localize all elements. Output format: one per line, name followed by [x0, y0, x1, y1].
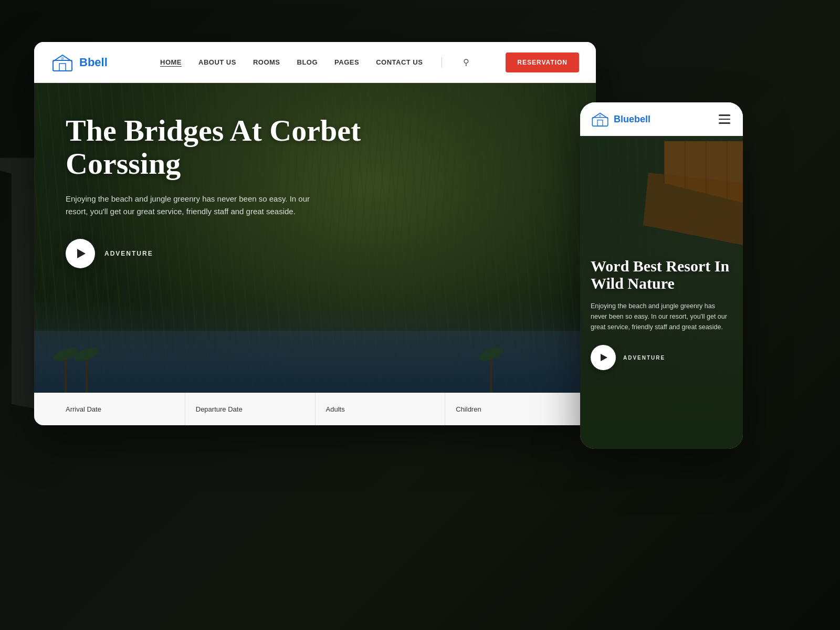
mobile-logo-icon: [591, 110, 610, 129]
nav-about[interactable]: ABOUT US: [198, 58, 236, 66]
mobile-hero-content: Word Best Resort In Wild Nature Enjoying…: [591, 257, 732, 370]
mobile-logo-text: Bluebell: [614, 114, 650, 125]
svg-rect-4: [597, 120, 603, 126]
nav-links: HOME ABOUT US ROOMS BLOG PAGES CONTACT U…: [160, 55, 506, 69]
mobile-mockup: Bluebell Word Best Resort In Wild N: [580, 102, 743, 449]
reservation-button[interactable]: RESERVATION: [506, 52, 579, 72]
mobile-play-section: ADVENTURE: [591, 345, 732, 370]
hero-content: The Bridges At Corbet Corssing Enjoying …: [66, 114, 381, 268]
hero-title: The Bridges At Corbet Corssing: [66, 114, 381, 180]
roof-svg: [633, 141, 743, 246]
play-button[interactable]: [66, 239, 95, 268]
mobile-hero-title: Word Best Resort In Wild Nature: [591, 257, 732, 292]
mobile-hero: Word Best Resort In Wild Nature Enjoying…: [580, 136, 743, 449]
hamburger-line-2: [719, 119, 730, 120]
mobile-play-icon: [601, 354, 607, 361]
nav-blog[interactable]: BLOG: [297, 58, 318, 66]
play-icon: [77, 249, 86, 258]
hero-subtitle: Enjoying the beach and jungle greenry ha…: [66, 193, 328, 218]
hamburger-menu[interactable]: [717, 112, 732, 126]
hero-play-section: ADVENTURE: [66, 239, 381, 268]
mobile-logo[interactable]: Bluebell: [591, 110, 650, 129]
logo-b: B: [79, 56, 88, 69]
nav-contact[interactable]: CONTACT US: [376, 58, 423, 66]
svg-rect-0: [53, 60, 72, 71]
desktop-mockup: Bbell HOME ABOUT US ROOMS BLOG PAGES CON…: [34, 42, 596, 425]
nav-rooms[interactable]: ROOMS: [253, 58, 280, 66]
svg-rect-1: [59, 64, 66, 71]
svg-rect-3: [592, 118, 607, 126]
hamburger-line-1: [719, 114, 730, 116]
svg-point-2: [61, 57, 64, 60]
nav-pages[interactable]: PAGES: [334, 58, 359, 66]
hero-pool: [34, 299, 596, 394]
booking-departure[interactable]: Departure Date: [185, 393, 316, 425]
mobile-hero-subtitle: Enjoying the beach and jungle greenry ha…: [591, 301, 732, 332]
svg-point-5: [599, 114, 602, 117]
desktop-logo[interactable]: Bbell: [51, 51, 135, 74]
logo-icon: [51, 51, 74, 74]
booking-children[interactable]: Children: [445, 393, 575, 425]
svg-marker-7: [643, 173, 743, 246]
nav-divider: [442, 57, 442, 68]
mobile-play-button[interactable]: [591, 345, 616, 370]
search-icon[interactable]: ⚲: [461, 55, 471, 69]
nav-right: RESERVATION: [506, 52, 579, 72]
mobile-navbar: Bluebell: [580, 102, 743, 136]
play-label: ADVENTURE: [104, 250, 153, 257]
mobile-logo-b: B: [614, 114, 621, 124]
mobile-roof-structure: [633, 141, 743, 246]
desktop-navbar: Bbell HOME ABOUT US ROOMS BLOG PAGES CON…: [34, 42, 596, 83]
desktop-hero: The Bridges At Corbet Corssing Enjoying …: [34, 83, 596, 425]
logo-text: Bbell: [79, 56, 108, 69]
booking-arrival[interactable]: Arrival Date: [55, 393, 185, 425]
booking-adults[interactable]: Adults: [316, 393, 446, 425]
mobile-play-label: ADVENTURE: [623, 355, 665, 361]
hamburger-line-3: [719, 122, 730, 124]
nav-home[interactable]: HOME: [160, 58, 182, 66]
booking-bar: Arrival Date Departure Date Adults Child…: [34, 393, 596, 425]
